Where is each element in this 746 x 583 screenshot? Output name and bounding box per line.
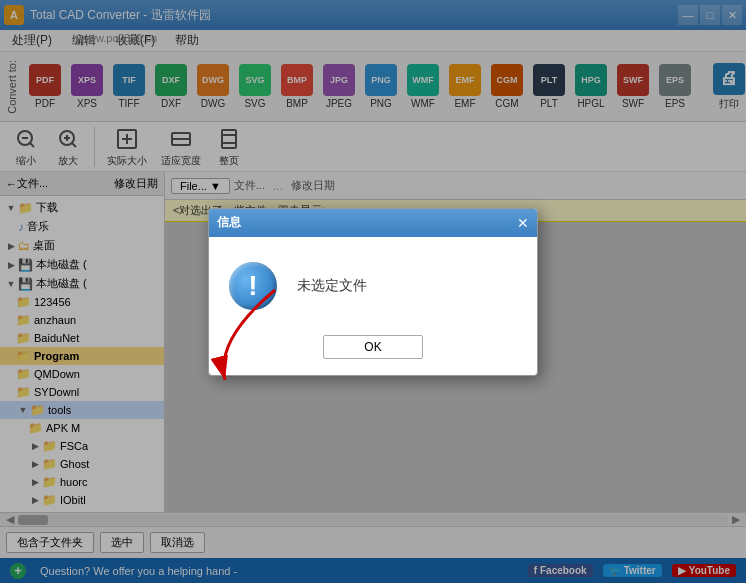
- modal-overlay: 信息 ✕ ! 未选定文件 OK: [0, 0, 746, 583]
- info-dialog: 信息 ✕ ! 未选定文件 OK: [208, 208, 538, 376]
- dialog-body: ! 未选定文件: [209, 237, 537, 327]
- dialog-message: 未选定文件: [297, 277, 367, 295]
- dialog-close-button[interactable]: ✕: [517, 216, 529, 230]
- dialog-title: 信息: [217, 214, 241, 231]
- dialog-warning-icon: !: [229, 262, 277, 310]
- dialog-footer: OK: [209, 327, 537, 375]
- dialog-ok-button[interactable]: OK: [323, 335, 422, 359]
- dialog-title-bar: 信息 ✕: [209, 209, 537, 237]
